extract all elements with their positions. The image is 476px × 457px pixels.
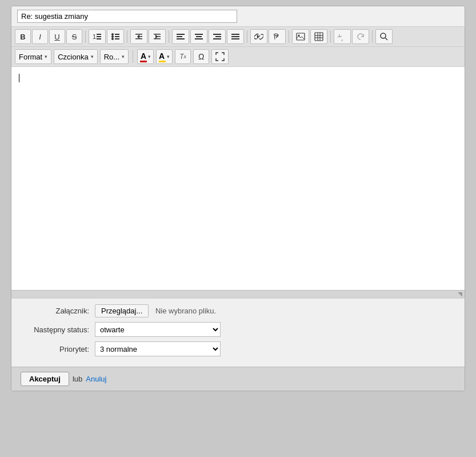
separator5 — [289, 30, 289, 43]
fullscreen-icon — [215, 52, 225, 61]
font-color-indicator: A — [140, 51, 147, 62]
remove-link-button[interactable] — [269, 29, 286, 44]
priority-control: 1 krytyczny 2 wysoki 3 normalne 4 niski … — [95, 341, 455, 356]
link-icon — [254, 32, 263, 41]
align-center-icon — [194, 32, 203, 41]
font-label: Czcionka — [58, 53, 88, 61]
align-right-button[interactable] — [209, 29, 226, 44]
ordered-list-button[interactable]: 1. — [89, 29, 106, 44]
undo-icon — [338, 32, 347, 41]
svg-rect-25 — [215, 36, 221, 37]
attachment-control: Przeglądaj... Nie wybrano pliku. — [95, 304, 455, 317]
separator1 — [85, 30, 86, 43]
attachment-row: Załącznik: Przeglądaj... Nie wybrano pli… — [21, 304, 455, 317]
browse-button[interactable]: Przeglądaj... — [95, 304, 149, 317]
insert-image-button[interactable] — [292, 29, 309, 44]
unordered-list-icon — [111, 32, 120, 41]
editor-content[interactable] — [11, 67, 465, 290]
unordered-list-button[interactable] — [107, 29, 124, 44]
justify-icon — [231, 32, 240, 41]
priority-row: Priorytet: 1 krytyczny 2 wysoki 3 normal… — [21, 341, 455, 356]
separator7 — [372, 30, 373, 43]
redo-icon — [356, 32, 365, 41]
toolbar-row1: B I U S 1. — [11, 27, 465, 47]
align-left-button[interactable] — [172, 29, 189, 44]
align-center-button[interactable] — [190, 29, 207, 44]
font-color-arrow: ▾ — [148, 54, 151, 59]
ordered-list-icon: 1. — [93, 32, 102, 41]
search-button[interactable] — [375, 29, 393, 44]
svg-rect-28 — [231, 36, 239, 37]
status-control: otwarte zamknięte oczekujące — [95, 322, 455, 337]
font-dropdown[interactable]: Czcionka ▾ — [54, 49, 97, 64]
special-chars-button[interactable]: Ω — [193, 49, 209, 64]
unlink-icon — [273, 32, 282, 41]
separator4 — [247, 30, 247, 43]
svg-line-32 — [274, 34, 275, 39]
svg-rect-21 — [195, 34, 203, 35]
search-icon — [379, 32, 389, 41]
form-section: Załącznik: Przeglądaj... Nie wybrano pli… — [11, 298, 465, 367]
justify-button[interactable] — [227, 29, 244, 44]
svg-rect-16 — [156, 36, 161, 37]
svg-rect-22 — [196, 36, 202, 37]
highlight-color-arrow: ▾ — [167, 54, 170, 59]
font-color-button[interactable]: A ▾ — [137, 49, 154, 64]
resize-handle[interactable] — [458, 292, 462, 297]
cancel-link[interactable]: Anuluj — [86, 375, 106, 383]
align-right-icon — [213, 32, 222, 41]
svg-rect-15 — [154, 34, 161, 35]
attachment-label: Załącznik: — [21, 307, 95, 315]
indent-increase-button[interactable] — [149, 29, 166, 44]
svg-rect-1 — [97, 34, 101, 35]
svg-line-41 — [385, 38, 387, 40]
align-left-icon — [176, 32, 185, 41]
insert-link-button[interactable] — [250, 29, 267, 44]
image-icon — [296, 32, 305, 41]
svg-rect-26 — [213, 38, 221, 39]
strikethrough-button[interactable]: S — [66, 29, 82, 44]
separator3 — [169, 30, 169, 43]
size-arrow: ▾ — [122, 54, 125, 59]
svg-rect-8 — [115, 36, 119, 37]
remove-format-button[interactable]: Tx — [175, 49, 191, 64]
svg-rect-19 — [177, 36, 182, 37]
italic-button[interactable]: I — [32, 29, 48, 44]
underline-button[interactable]: U — [49, 29, 65, 44]
format-label: Format — [19, 53, 42, 61]
svg-rect-17 — [154, 38, 161, 39]
priority-select[interactable]: 1 krytyczny 2 wysoki 3 normalne 4 niski … — [95, 341, 221, 356]
fullscreen-button[interactable] — [211, 49, 229, 64]
main-container: B I U S 1. — [11, 6, 465, 391]
highlight-color-button[interactable]: A ▾ — [156, 49, 173, 64]
no-file-text: Nie wybrano pliku. — [155, 307, 216, 315]
footer-bar: Akceptuj lub Anuluj — [11, 367, 465, 391]
svg-rect-23 — [195, 38, 203, 39]
bold-button[interactable]: B — [15, 29, 31, 44]
accept-button[interactable]: Akceptuj — [21, 372, 69, 386]
table-icon — [314, 32, 323, 41]
undo-button[interactable] — [334, 29, 351, 44]
svg-rect-3 — [97, 38, 101, 39]
svg-point-6 — [111, 38, 114, 40]
svg-rect-27 — [231, 34, 239, 35]
separator2 — [127, 30, 127, 43]
indent-decrease-button[interactable] — [130, 29, 147, 44]
highlight-color-indicator: A — [159, 51, 166, 62]
cursor — [19, 74, 19, 82]
size-label: Ro... — [104, 53, 119, 61]
indent-decrease-icon — [134, 32, 143, 41]
svg-point-5 — [111, 35, 114, 38]
status-select[interactable]: otwarte zamknięte oczekujące — [95, 322, 221, 337]
svg-rect-35 — [315, 33, 323, 41]
redo-button[interactable] — [352, 29, 369, 44]
format-dropdown[interactable]: Format ▾ — [15, 49, 51, 64]
svg-rect-20 — [177, 38, 185, 39]
separator6 — [330, 30, 331, 43]
svg-rect-11 — [135, 34, 142, 35]
insert-table-button[interactable] — [310, 29, 327, 44]
font-size-dropdown[interactable]: Ro... ▾ — [100, 49, 129, 64]
subject-input[interactable] — [17, 10, 237, 23]
status-label: Następny status: — [21, 325, 95, 334]
title-bar — [11, 6, 465, 27]
